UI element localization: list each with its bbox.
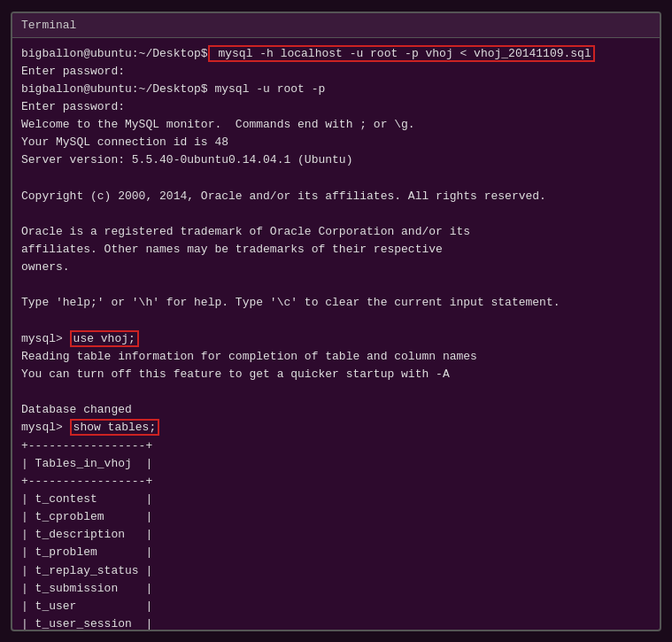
- terminal-body[interactable]: bigballon@ubuntu:~/Desktop$ mysql -h loc…: [12, 38, 660, 630]
- terminal-line: Copyright (c) 2000, 2014, Oracle and/or …: [21, 188, 651, 205]
- terminal-line: | Tables_in_vhoj |: [21, 455, 651, 473]
- terminal-line: bigballon@ubuntu:~/Desktop$ mysql -u roo…: [21, 81, 651, 98]
- terminal-title: Terminal: [21, 19, 76, 32]
- blank-line: [21, 169, 651, 187]
- terminal-line: Your MySQL connection id is 48: [21, 134, 651, 151]
- blank-line: [21, 383, 651, 401]
- terminal-line: | t_submission |: [21, 580, 651, 598]
- terminal-line: Enter password:: [21, 98, 651, 116]
- terminal-line: | t_user |: [21, 598, 651, 615]
- terminal-line: Oracle is a registered trademark of Orac…: [21, 223, 651, 241]
- terminal-line-mysql-highlighted: mysql> show tables;: [21, 419, 651, 437]
- terminal-line: Type 'help;' or '\h' for help. Type '\c'…: [21, 294, 651, 312]
- terminal-line: | t_problem |: [21, 544, 651, 561]
- terminal-window: Terminal bigballon@ubuntu:~/Desktop$ mys…: [11, 12, 661, 631]
- terminal-line: | t_cproblem |: [21, 508, 651, 526]
- terminal-line-highlighted: bigballon@ubuntu:~/Desktop$ mysql -h loc…: [21, 45, 651, 63]
- blank-line: [21, 276, 651, 294]
- terminal-line: owners.: [21, 259, 651, 276]
- terminal-line-mysql-highlighted: mysql> use vhoj;: [21, 330, 651, 348]
- terminal-line: Database changed: [21, 401, 651, 419]
- terminal-line: | t_contest |: [21, 491, 651, 508]
- terminal-line: Welcome to the MySQL monitor. Commands e…: [21, 116, 651, 134]
- terminal-line: | t_description |: [21, 526, 651, 544]
- terminal-line: Reading table information for completion…: [21, 348, 651, 366]
- terminal-line: | t_replay_status |: [21, 562, 651, 580]
- terminal-line: | t_user_session |: [21, 615, 651, 630]
- terminal-line: Enter password:: [21, 63, 651, 81]
- terminal-titlebar: Terminal: [12, 13, 660, 38]
- blank-line: [21, 313, 651, 330]
- terminal-line: affiliates. Other names may be trademark…: [21, 241, 651, 259]
- terminal-line: +-----------------+: [21, 437, 651, 455]
- terminal-line: You can turn off this feature to get a q…: [21, 366, 651, 383]
- terminal-line: +-----------------+: [21, 473, 651, 491]
- blank-line: [21, 205, 651, 223]
- terminal-line: Server version: 5.5.40-0ubuntu0.14.04.1 …: [21, 151, 651, 169]
